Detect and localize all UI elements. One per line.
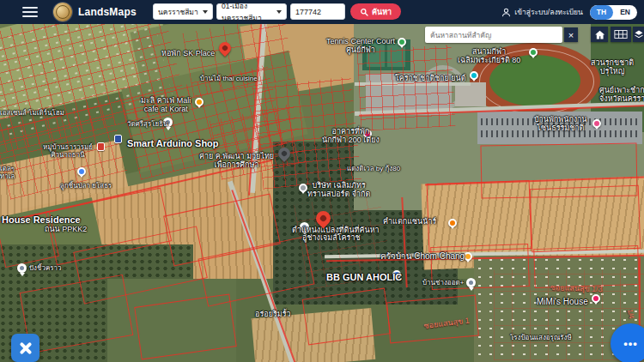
road-label: ซอยแสนสุข 1/3 <box>550 283 603 293</box>
search-button[interactable]: ค้นหา <box>350 3 401 20</box>
map-place-label[interactable]: บริษัท เฉลิมภัทรทรานสปอร์ต จำกัด <box>307 181 370 198</box>
chevron-down-icon <box>203 10 208 14</box>
road-label: 1/4 <box>625 309 635 320</box>
restaurant-pin[interactable] <box>464 252 472 261</box>
close-icon: × <box>568 30 574 40</box>
map-place-label[interactable]: คำแตกแซนน้าร์ <box>383 217 436 226</box>
map-place-label[interactable]: มะลิ คาเฟ่ Malicafe at Korat <box>141 96 191 113</box>
home-button[interactable] <box>591 27 608 42</box>
clear-search-button[interactable]: × <box>564 27 578 42</box>
province-select-value: นครราชสีมา <box>158 6 198 18</box>
highway-shield-red[interactable] <box>97 142 105 151</box>
map-place-label[interactable]: หอพัก SK Place <box>161 49 215 57</box>
generic-pin[interactable] <box>17 263 27 273</box>
business-pin[interactable] <box>299 184 307 192</box>
sports-pin[interactable] <box>398 38 406 46</box>
map-place-label[interactable]: สวนรุกขชาติปรุใหญ่ <box>591 58 634 75</box>
province-select[interactable]: นครราชสีมา <box>153 3 213 20</box>
map-search-box <box>425 27 562 43</box>
lang-en-button[interactable]: EN <box>613 8 637 16</box>
map-place-label[interactable]: อร่อยริมรั้ว <box>255 310 291 318</box>
crossed-tools-icon <box>11 334 39 362</box>
map-place-label[interactable]: ศูนย์เพาะชำกล้าไม้จังหวัดนครราชสีมา <box>599 86 644 103</box>
lodging-pin[interactable] <box>592 119 601 128</box>
stadium-pin[interactable] <box>529 48 538 57</box>
map-place-label[interactable]: MiMi's House <box>537 297 588 306</box>
shop-pin[interactable] <box>448 219 457 227</box>
search-button-label: ค้นหา <box>372 6 392 18</box>
map-place-label[interactable]: เอสเซนส์ โมเดิร์นโฮม <box>0 110 64 118</box>
map-place-label[interactable]: โคราช ชาติชาย ยนต์ <box>395 74 466 82</box>
parcel-number-input[interactable] <box>290 3 345 20</box>
grid-icon <box>614 29 628 39</box>
login-label: เข้าสู่ระบบ/ลงทะเบียน <box>514 6 583 18</box>
person-icon <box>501 8 511 17</box>
map-place-label[interactable]: บ้านช่างออด+ <box>422 280 464 287</box>
map-place-label[interactable]: Smart Arduino Shop <box>127 138 219 148</box>
satellite-map[interactable]: หอพัก SK Placeบ้านไม้ thai cuisineมะลิ ค… <box>0 0 644 362</box>
generic-pin[interactable] <box>466 278 476 287</box>
map-search-input[interactable] <box>425 31 562 39</box>
home-icon <box>594 29 605 40</box>
map-place-label[interactable]: โรงป้อนแสงอรุณรังษี <box>510 335 572 342</box>
district-select[interactable]: 01-เมืองนครราชสีมา <box>216 3 287 20</box>
map-place-label[interactable]: อาคารที่พักนักกีฬา 200 เตียง <box>322 127 380 144</box>
layers-button[interactable] <box>633 27 644 42</box>
ellipsis-icon: ••• <box>623 337 638 350</box>
map-place-label[interactable]: ถนน PPKK2 <box>45 225 87 233</box>
grid-tool-button[interactable] <box>611 27 631 42</box>
map-place-label[interactable]: ปังชิ้วคราว <box>29 265 62 273</box>
map-place-label[interactable]: อู่ช่างเจมส์โคราช <box>302 233 361 242</box>
map-place-label[interactable]: วัดศรีสุรโยธิน <box>127 121 168 129</box>
lang-th-button[interactable]: TH <box>590 5 613 20</box>
landsmaps-app: หอพัก SK Placeบ้านไม้ thai cuisineมะลิ ค… <box>0 0 644 362</box>
layers-icon <box>634 29 644 39</box>
map-place-label[interactable]: แดงดิเวล by กุ้ง80 <box>347 166 400 173</box>
lodging-pin[interactable] <box>592 294 600 303</box>
cafe-pin[interactable] <box>195 98 204 106</box>
map-place-label[interactable]: ครัวบ้าน Chom Chang <box>380 251 465 261</box>
login-link[interactable]: เข้าสู่ระบบ/ลงทะเบียน <box>501 6 583 18</box>
measure-tools-button[interactable] <box>11 334 39 362</box>
highway-shield-blue[interactable] <box>114 135 122 143</box>
chevron-down-icon <box>276 10 282 14</box>
menu-button[interactable] <box>22 7 38 17</box>
map-place-label[interactable]: ลูกชิ้นปลา ยโสธร <box>60 183 112 190</box>
app-title: LandsMaps <box>78 6 137 18</box>
search-icon <box>360 8 368 16</box>
dol-seal-logo <box>53 3 72 21</box>
map-place-label[interactable]: House Residence <box>2 214 81 225</box>
district-select-value: 01-เมืองนครราชสีมา <box>222 0 273 24</box>
language-switch: TH EN <box>590 5 637 20</box>
map-place-label[interactable]: Tennis Center Courtศูนย์กีฬา <box>326 37 395 54</box>
more-options-button[interactable]: ••• <box>611 323 644 362</box>
shop-pin[interactable] <box>77 167 86 176</box>
car-dealer-pin[interactable] <box>470 71 478 80</box>
map-place-label[interactable]: หมู่บ้านธารารมย์ศิวนาถธานี <box>43 144 93 160</box>
app-header: LandsMaps นครราชสีมา 01-เมืองนครราชสีมา … <box>0 0 644 24</box>
map-place-label[interactable]: บ้านพักพนักงานโซนธรรมชาติ <box>534 115 586 132</box>
map-place-label[interactable]: ค่าย ค.พัฒนา มวยไทยเพื่อการศึกษา <box>199 152 274 169</box>
map-place-label[interactable]: เตลๆทาเล <box>0 166 15 181</box>
map-place-label[interactable]: BB GUN AHOLIC <box>326 272 402 282</box>
map-place-label[interactable]: สนามกีฬาเฉลิมพระเกียรติ 80 <box>458 47 520 64</box>
map-place-label[interactable]: บ้านไม้ thai cuisine <box>200 75 258 83</box>
